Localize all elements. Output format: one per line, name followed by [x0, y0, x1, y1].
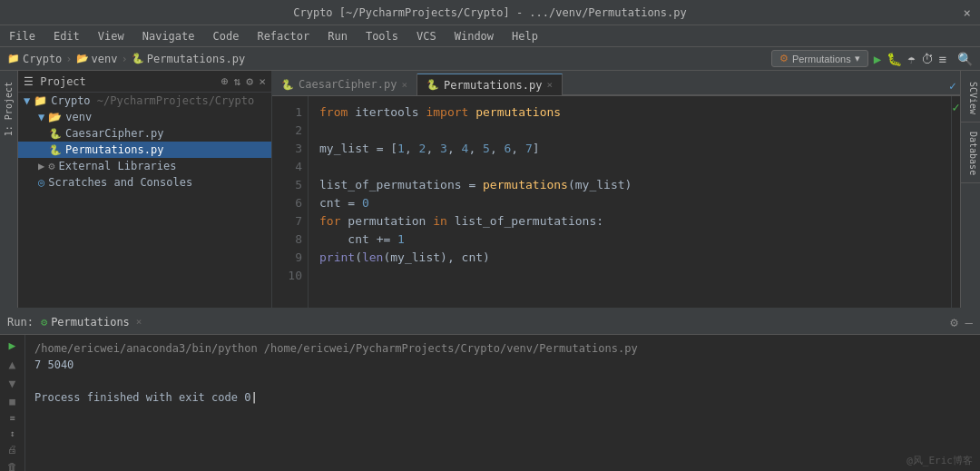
scview-tab[interactable]: SCView [961, 74, 980, 123]
close-button[interactable]: × [964, 5, 971, 20]
search-icon[interactable]: 🔍 [957, 52, 973, 66]
menu-item-edit[interactable]: Edit [50, 28, 83, 44]
coverage-button[interactable]: ☂ [907, 52, 915, 66]
run-panel: Run: ⚙ Permutations × ⚙ — ▶ ▲ ▼ ■ ≡ ↕ 🖨 … [0, 308, 980, 471]
venv-expand-icon: ▼ [38, 111, 44, 123]
tree-item-caesarcipher[interactable]: 🐍 CaesarCipher.py [18, 125, 271, 142]
code-line-6: cnt = 0 [319, 194, 940, 212]
project-header: ☰ Project ⊕ ⇅ ⚙ × [18, 71, 271, 93]
permutations-tab-close[interactable]: × [546, 79, 553, 91]
run-label: Run: [7, 316, 34, 329]
add-icon[interactable]: ⊕ [221, 74, 229, 88]
rerun-button[interactable]: ▶ [4, 339, 22, 352]
project-tree: ▼ 📁 Crypto ~/PycharmProjects/Crypto ▼ 📂 … [18, 93, 271, 308]
tree-item-venv[interactable]: ▼ 📂 venv [18, 109, 271, 125]
code-line-5: list_of_permutations = permutations(my_l… [319, 176, 940, 194]
close-panel-icon[interactable]: × [259, 74, 266, 88]
breadcrumb-crypto[interactable]: 📁 Crypto [7, 53, 62, 65]
tree-item-permutations[interactable]: 🐍 Permutations.py [18, 142, 271, 158]
editor-scrollbar[interactable]: ✓ [951, 96, 960, 308]
menu-item-code[interactable]: Code [210, 28, 243, 44]
output-line-4: Process finished with exit code 0| [34, 389, 971, 406]
run-icon: ⚙ [779, 53, 789, 64]
right-sidebar: SCView Database [960, 71, 980, 308]
menu-item-help[interactable]: Help [508, 28, 542, 44]
run-header-icons: ⚙ — [950, 315, 973, 329]
debug-button[interactable]: 🐛 [887, 52, 902, 66]
menu-item-refactor[interactable]: Refactor [253, 28, 313, 44]
run-toolbar: ⚙ Permutations ▾ ▶ 🐛 ☂ ⏱ ≡ 🔍 [771, 50, 973, 67]
watermark: @风_Eric博客 [906, 454, 973, 467]
concurrency-button[interactable]: ≡ [939, 52, 946, 66]
menu-item-window[interactable]: Window [451, 28, 497, 44]
menu-item-tools[interactable]: Tools [362, 28, 402, 44]
breadcrumb-file[interactable]: 🐍 Permutations.py [132, 53, 245, 65]
folder-expand-icon: ▼ [24, 94, 30, 107]
output-line-3 [34, 373, 971, 389]
print-button[interactable]: 🖨 [4, 444, 22, 456]
sidebar: 1: Project ☰ Project ⊕ ⇅ ⚙ × [0, 71, 272, 308]
tab-permutations[interactable]: 🐍 Permutations.py × [417, 74, 563, 95]
run-tab-permutations[interactable]: ⚙ Permutations × [41, 316, 142, 329]
run-header: Run: ⚙ Permutations × ⚙ — [0, 309, 980, 335]
tree-item-external-libs[interactable]: ▶ ⚙ External Libraries [18, 158, 271, 174]
checkmark-icon[interactable]: ✓ [949, 79, 956, 93]
run-button[interactable]: ▶ [874, 52, 881, 66]
database-tab[interactable]: Database [961, 124, 980, 183]
run-settings-icon[interactable]: ⚙ [950, 315, 957, 329]
permutations-file-icon: 🐍 [49, 144, 62, 156]
caesarcipher-tab-icon: 🐍 [281, 79, 294, 91]
run-content: ▶ ▲ ▼ ■ ≡ ↕ 🖨 🗑 /home/ericwei/anaconda3/… [0, 335, 980, 471]
code-line-3: my_list = [1, 2, 3, 4, 5, 6, 7] [319, 140, 940, 158]
run-toolbar-left: ▶ ▲ ▼ ■ ≡ ↕ 🖨 🗑 [0, 335, 25, 471]
project-icon: 📁 [7, 53, 20, 64]
tree-item-crypto[interactable]: ▼ 📁 Crypto ~/PycharmProjects/Crypto [18, 93, 271, 109]
title-bar: Crypto [~/PycharmProjects/Crypto] - .../… [0, 0, 980, 25]
breadcrumb-venv[interactable]: 📂 venv [76, 53, 118, 65]
sort-icon[interactable]: ⇅ [234, 74, 241, 88]
code-line-4 [319, 158, 940, 176]
menu-item-file[interactable]: File [5, 28, 39, 44]
project-tab[interactable]: 1: Project [2, 74, 15, 143]
output-line-2: 7 5040 [34, 357, 971, 373]
soft-wrap-button[interactable]: ↕ [4, 428, 22, 438]
line-numbers: 1 2 3 4 5 6 7 8 9 10 [272, 96, 309, 308]
menu-item-view[interactable]: View [94, 28, 128, 44]
code-editor: 1 2 3 4 5 6 7 8 9 10 from itertools impo… [272, 96, 960, 308]
project-header-label: ☰ Project [24, 75, 86, 88]
code-line-8: cnt += 1 [319, 231, 940, 249]
scroll-up-button[interactable]: ▲ [4, 358, 22, 371]
tab-caesarcipher[interactable]: 🐍 CaesarCipher.py × [272, 74, 417, 95]
caesarcipher-file-icon: 🐍 [49, 128, 62, 140]
code-line-9: print(len(my_list), cnt) [319, 249, 940, 267]
settings-icon[interactable]: ⚙ [246, 74, 253, 88]
caesarcipher-tab-close[interactable]: × [401, 79, 407, 91]
content-area: 1: Project ☰ Project ⊕ ⇅ ⚙ × [0, 71, 980, 308]
code-content[interactable]: from itertools import permutations my_li… [309, 96, 951, 308]
breadcrumb-bar: 📁 Crypto › 📂 venv › 🐍 Permutations.py ⚙ … [0, 47, 980, 71]
stop-button[interactable]: ■ [4, 396, 22, 407]
run-minimize-icon[interactable]: — [965, 315, 973, 329]
menu-item-run[interactable]: Run [324, 28, 351, 44]
scroll-down-button[interactable]: ▼ [4, 377, 22, 390]
menu-item-vcs[interactable]: VCS [413, 28, 440, 44]
tree-item-scratches[interactable]: ◎ Scratches and Consoles [18, 174, 271, 191]
editor-tabs: 🐍 CaesarCipher.py × 🐍 Permutations.py × … [272, 71, 960, 96]
run-tab-icon: ⚙ [41, 316, 47, 329]
menu-item-navigate[interactable]: Navigate [139, 28, 199, 44]
run-config-button[interactable]: ⚙ Permutations ▾ [771, 50, 868, 67]
folder-icon-crypto: 📁 [34, 94, 47, 107]
folder-icon-venv: 📂 [48, 111, 62, 123]
code-line-7: for permutation in list_of_permutations: [319, 212, 940, 231]
vertical-tab: 1: Project [0, 71, 18, 308]
clear-button[interactable]: 🗑 [4, 461, 22, 471]
main-area: 1: Project ☰ Project ⊕ ⇅ ⚙ × [0, 71, 980, 471]
menu-bar: FileEditViewNavigateCodeRefactorRunTools… [0, 25, 980, 47]
wrap-button[interactable]: ≡ [4, 413, 22, 423]
folder-icon: 📂 [76, 53, 89, 64]
editor-area: 🐍 CaesarCipher.py × 🐍 Permutations.py × … [272, 71, 960, 308]
profile-button[interactable]: ⏱ [921, 52, 934, 66]
run-tab-close[interactable]: × [136, 316, 142, 328]
output-line-1: /home/ericwei/anaconda3/bin/python /home… [34, 340, 971, 357]
run-output: /home/ericwei/anaconda3/bin/python /home… [25, 335, 980, 471]
